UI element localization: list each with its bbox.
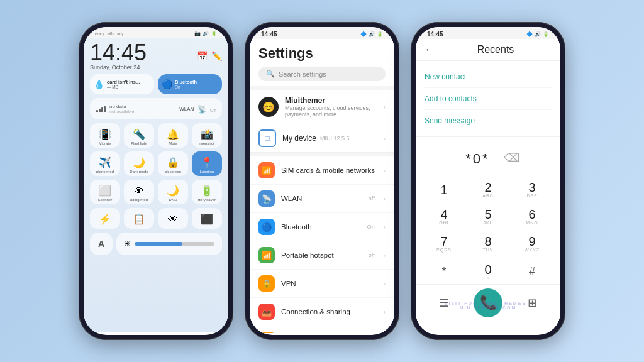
dial-key-7[interactable]: 7 PQRS (422, 230, 466, 257)
extra1-btn[interactable]: ⚡ (90, 208, 120, 229)
dial-display: *0* (457, 143, 498, 172)
wifi-icon: 📡 (197, 105, 207, 114)
settings-title: Settings (258, 45, 386, 62)
phone2-time: 14:45 (261, 31, 277, 38)
phone3-status-icons: 🔷 🔊 🔋 (526, 31, 549, 37)
extra3-btn[interactable]: 👁 (158, 208, 188, 229)
location-btn[interactable]: 📍 Location (192, 151, 222, 176)
key-7-num: 7 (440, 235, 447, 248)
darkmode-icon: 🌙 (133, 156, 145, 168)
dial-key-5[interactable]: 5 JKL (466, 203, 510, 230)
phone3-screen: 14:45 🔷 🔊 🔋 ← Recents New contact Add to… (416, 27, 560, 335)
dial-key-3[interactable]: 3 DEF (510, 176, 554, 203)
battery-saver-btn[interactable]: 🔋 ttery saver (192, 180, 222, 204)
profile-chevron: › (384, 104, 386, 111)
dial-key-6[interactable]: 6 MNO (510, 203, 554, 230)
my-device-item[interactable]: □ My device MIUI 12.5.5 › (250, 124, 394, 153)
brightness-fill (135, 242, 182, 246)
dial-star[interactable]: * (422, 261, 466, 282)
flashlight-btn[interactable]: 🔦 Flashlight (124, 123, 154, 148)
screenshot-icon: 📸 (201, 128, 213, 140)
vpn-info: VPN (281, 280, 377, 287)
key-5-alpha: JKL (483, 221, 492, 225)
plus-sub: + (487, 276, 489, 280)
dial-key-4[interactable]: 4 GHI (422, 203, 466, 230)
phones-container: ency calls only 📷 🔊 🔋 14:45 Sunday, Octo… (66, 0, 578, 362)
brightness-bar (135, 242, 214, 246)
dial-key-9[interactable]: 9 WXYZ (510, 230, 554, 257)
settings-search-bar[interactable]: 🔍 Search settings (258, 67, 386, 81)
extra1-icon: ⚡ (99, 213, 111, 225)
dial-hash[interactable]: # (510, 261, 554, 282)
scanner-btn[interactable]: ⬜ Scanner (90, 180, 120, 204)
dialer-actions: New contact Add to contacts Send message (416, 61, 560, 137)
sharing-symbol: 📤 (262, 307, 272, 317)
dial-key-1[interactable]: 1 (422, 176, 466, 203)
darkmode-label: Dark mode (130, 170, 148, 173)
dial-key-8[interactable]: 8 TUV (466, 230, 510, 257)
key-4-alpha: GHI (439, 221, 448, 225)
wallpaper-item[interactable]: 🖼 Wallpaper & personalization › (250, 326, 394, 333)
dial-key-2[interactable]: 2 ABC (466, 176, 510, 203)
airplane-btn[interactable]: ✈️ plane mod (90, 151, 120, 176)
dnd-btn[interactable]: 🌙 DND (158, 180, 188, 204)
airplane-label: plane mod (96, 170, 114, 173)
data-tile[interactable]: 💧 card isn't ins... — MB (90, 74, 154, 94)
cc-time: 14:45 (90, 41, 147, 64)
settings-profile[interactable]: 😊 Miuithemer Manage accounts, cloud serv… (250, 90, 394, 124)
device-chevron: › (384, 135, 386, 142)
extra4-btn[interactable]: ⬛ (192, 208, 222, 229)
dialer-content: ← Recents New contact Add to contacts Se… (416, 39, 560, 333)
phone3-status-bar: 14:45 🔷 🔊 🔋 (416, 27, 560, 39)
add-to-contacts-action[interactable]: Add to contacts (425, 88, 552, 110)
bluetooth-tile[interactable]: 🔵 Bluetooth On (158, 74, 222, 94)
control-center: 14:45 Sunday, October 24 📅 ✏️ 💧 card isn… (84, 38, 228, 332)
hotspot-name: Portable hotspot (281, 251, 362, 259)
vpn-item[interactable]: 🔒 VPN › (250, 270, 394, 298)
quick-tiles: 💧 card isn't ins... — MB 🔵 Bluetooth On (90, 74, 222, 94)
bluetooth-tile-icon: 🔵 (162, 79, 172, 89)
wlan-item[interactable]: 📡 WLAN off › (250, 185, 394, 213)
dial-zero[interactable]: 0 + (466, 260, 510, 284)
bt-name: Bluetooth (281, 223, 361, 231)
lockscreen-btn[interactable]: 🔒 ck screen (158, 151, 188, 176)
connection-sharing-item[interactable]: 📤 Connection & sharing › (250, 298, 394, 326)
key-9-num: 9 (528, 235, 535, 248)
device-symbol: □ (265, 134, 269, 143)
search-placeholder: Search settings (279, 70, 326, 78)
vpn-chevron: › (384, 280, 386, 287)
profile-letter: 😊 (262, 101, 275, 113)
extra2-btn[interactable]: 📋 (124, 208, 154, 229)
bluetooth-item[interactable]: 🔵 Bluetooth On › (250, 213, 394, 241)
data-row[interactable]: no data not available WLAN 📡 Off (90, 98, 222, 119)
reading-btn[interactable]: 👁 ading mod (124, 180, 154, 204)
sim-item[interactable]: 📶 SIM cards & mobile networks › (250, 156, 394, 185)
darkmode-btn[interactable]: 🌙 Dark mode (124, 151, 154, 176)
hotspot-info: Portable hotspot (281, 251, 362, 259)
brightness-control[interactable]: ☀ (116, 233, 222, 255)
mute-icon: 🔔 (167, 128, 179, 140)
location-label: Location (200, 170, 214, 173)
star-symbol: * (441, 265, 446, 278)
key-3-num: 3 (528, 181, 535, 194)
back-arrow[interactable]: ← (425, 44, 435, 55)
hotspot-item[interactable]: 📶 Portable hotspot off › (250, 241, 394, 270)
edit-icon[interactable]: ✏️ (211, 51, 222, 61)
calendar-icon[interactable]: 📅 (197, 51, 208, 61)
bt-status-icon: 🔷 (360, 31, 367, 37)
sim-symbol: 📶 (262, 166, 272, 175)
send-message-action[interactable]: Send message (425, 110, 552, 131)
new-contact-action[interactable]: New contact (425, 66, 552, 88)
screenshot-btn[interactable]: 📸 reenshot (192, 123, 222, 148)
sim-name: SIM cards & mobile networks (281, 167, 377, 174)
not-available-label: not available (109, 109, 134, 114)
key-9-alpha: WXYZ (525, 248, 540, 252)
sim-info: SIM cards & mobile networks (281, 167, 377, 174)
mute-btn[interactable]: 🔔 Mute (158, 123, 188, 148)
vibrate-btn[interactable]: 📳 Vibrate (90, 123, 120, 148)
settings-header: Settings 🔍 Search settings (250, 39, 394, 86)
screenshot-label: reenshot (199, 141, 214, 145)
backspace-btn[interactable]: ⌫ (504, 151, 519, 165)
az-btn[interactable]: A (90, 233, 113, 255)
hotspot-symbol: 📶 (262, 251, 272, 260)
